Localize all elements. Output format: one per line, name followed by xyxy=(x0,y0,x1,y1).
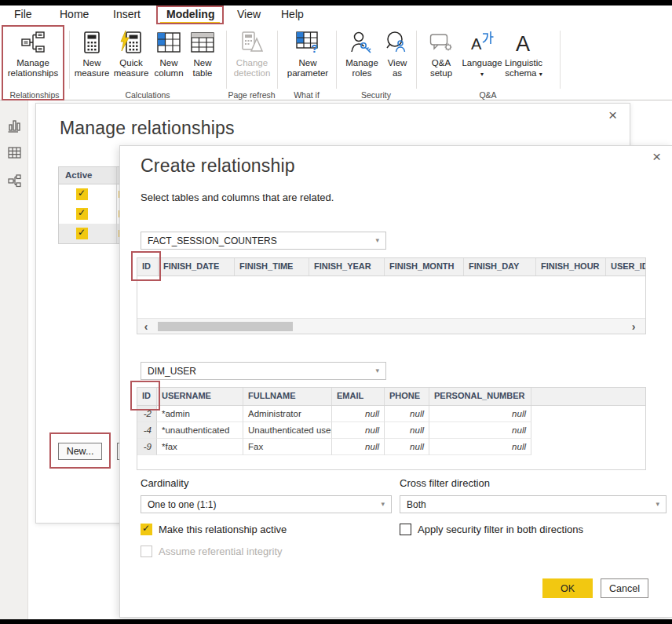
fact-col-finish-date[interactable]: FINISH_DATE xyxy=(159,258,235,276)
dim-col-username[interactable]: USERNAME xyxy=(157,388,243,405)
dim-grid-header: ID USERNAME FULLNAME EMAIL PHONE PERSONA… xyxy=(137,388,645,406)
ribbon: Manage relationships New measure xyxy=(0,24,672,100)
fact-grid-header: ID FINISH_DATE FINISH_TIME FINISH_YEAR F… xyxy=(137,258,645,276)
group-label-calculations: Calculations xyxy=(69,90,226,100)
data-view-icon[interactable] xyxy=(8,146,21,159)
change-detection-icon xyxy=(229,29,275,56)
crossfilter-select[interactable]: Both ▾ xyxy=(400,495,667,513)
dim-row[interactable]: -9 *fax Fax null null null xyxy=(137,439,645,455)
dim-table-grid: ID USERNAME FULLNAME EMAIL PHONE PERSONA… xyxy=(137,387,646,470)
cancel-button[interactable]: Cancel xyxy=(601,578,648,598)
horizontal-scrollbar[interactable]: ‹ › xyxy=(137,318,645,334)
svg-text:A: A xyxy=(471,35,482,53)
dim-row[interactable]: -2 *admin Administrator null null null xyxy=(137,406,645,422)
dim-col-email[interactable]: EMAIL xyxy=(332,388,385,405)
quick-measure-button[interactable]: Quick measure xyxy=(111,29,151,78)
menu-file[interactable]: File xyxy=(14,8,32,20)
dim-col-fullname[interactable]: FULLNAME xyxy=(243,388,332,405)
menu-view[interactable]: View xyxy=(237,8,261,20)
fact-table-grid: ID FINISH_DATE FINISH_TIME FINISH_YEAR F… xyxy=(137,257,646,334)
view-sidebar xyxy=(0,100,28,619)
report-view-icon[interactable] xyxy=(8,119,21,133)
create-dialog-title: Create relationship xyxy=(141,155,295,177)
fact-table-select[interactable]: FACT_SESSION_COUNTERS ▾ xyxy=(141,232,386,250)
relationship-row[interactable]: ✓ xyxy=(59,204,121,224)
manage-relationships-button[interactable]: Manage relationships xyxy=(2,29,64,78)
make-active-option[interactable]: ✓ Make this relationship active xyxy=(141,524,287,535)
menu-home[interactable]: Home xyxy=(60,8,89,20)
group-separator xyxy=(226,31,227,89)
group-separator xyxy=(69,31,70,89)
scroll-right-icon[interactable]: › xyxy=(625,320,642,333)
referential-integrity-option: Assume referential integrity xyxy=(141,546,283,557)
magnifier-person-icon xyxy=(382,29,412,56)
menu-help[interactable]: Help xyxy=(281,8,304,20)
ok-button[interactable]: OK xyxy=(542,578,593,598)
cardinality-label: Cardinality xyxy=(141,477,188,489)
relationships-table: Active ✓ ✓ ✓ xyxy=(58,166,122,244)
active-checkbox[interactable]: ✓ xyxy=(76,208,88,220)
group-label-relationships: Relationships xyxy=(0,90,69,100)
menubar: File Home Insert Modeling View Help xyxy=(0,5,672,24)
parameter-icon: ? xyxy=(283,29,333,56)
fact-col-finish-hour[interactable]: FINISH_HOUR xyxy=(536,258,606,276)
chevron-down-icon: ▾ xyxy=(539,71,542,78)
fact-col-user-id[interactable]: USER_ID xyxy=(606,258,645,276)
new-column-button[interactable]: New column xyxy=(151,29,187,78)
group-label-qa: Q&A xyxy=(416,90,560,100)
active-checkbox[interactable]: ✓ xyxy=(76,188,88,200)
cardinality-select[interactable]: One to one (1:1) ▾ xyxy=(141,495,392,513)
fact-col-finish-year[interactable]: FINISH_YEAR xyxy=(309,258,385,276)
manage-roles-button[interactable]: Manage roles xyxy=(341,29,383,78)
group-separator xyxy=(560,31,561,89)
view-as-button[interactable]: View as xyxy=(382,29,412,78)
dim-col-personal-number[interactable]: PERSONAL_NUMBER xyxy=(429,388,531,405)
relationship-row-selected[interactable]: ✓ xyxy=(59,224,121,243)
referential-integrity-checkbox xyxy=(141,546,152,557)
active-checkbox[interactable]: ✓ xyxy=(76,228,88,239)
security-filter-option[interactable]: Apply security filter in both directions xyxy=(400,524,583,535)
menu-modeling[interactable]: Modeling xyxy=(166,8,214,20)
relationship-row[interactable]: ✓ xyxy=(59,184,121,204)
window-bottom-bar xyxy=(0,619,672,624)
make-active-checkbox[interactable]: ✓ xyxy=(141,524,152,535)
model-view-icon[interactable] xyxy=(8,174,21,188)
new-parameter-button[interactable]: ? New parameter xyxy=(283,29,333,78)
menu-insert[interactable]: Insert xyxy=(113,8,141,20)
group-label-what-if: What if xyxy=(277,90,336,100)
calculator-lightning-icon xyxy=(111,29,151,56)
person-key-icon xyxy=(341,29,383,56)
dim-col-id[interactable]: ID xyxy=(137,388,157,405)
fact-col-finish-time[interactable]: FINISH_TIME xyxy=(235,258,309,276)
dim-col-phone[interactable]: PHONE xyxy=(385,388,429,405)
qa-setup-button[interactable]: Q&A setup xyxy=(424,29,458,78)
svg-text:A: A xyxy=(516,32,530,54)
manage-dialog-title: Manage relationships xyxy=(60,118,235,139)
fact-col-finish-month[interactable]: FINISH_MONTH xyxy=(385,258,464,276)
scroll-left-icon[interactable]: ‹ xyxy=(137,320,155,333)
new-measure-button[interactable]: New measure xyxy=(72,29,111,78)
crossfilter-label: Cross filter direction xyxy=(400,477,490,489)
close-icon[interactable]: × xyxy=(608,110,617,121)
calculator-icon xyxy=(72,29,111,56)
new-relationship-button[interactable]: New... xyxy=(58,443,102,460)
security-filter-checkbox[interactable] xyxy=(400,524,411,535)
linguistic-schema-button[interactable]: A Linguistic schema ▾ xyxy=(498,29,550,79)
group-separator xyxy=(336,31,337,89)
caret-down-icon: ▾ xyxy=(375,367,379,374)
dim-table-select[interactable]: DIM_USER ▾ xyxy=(141,362,386,380)
dim-row[interactable]: -4 *unauthenticated Unauthenticated user… xyxy=(137,422,645,439)
relationships-icon xyxy=(2,29,64,56)
change-detection-button: Change detection xyxy=(229,29,275,78)
fact-col-finish-day[interactable]: FINISH_DAY xyxy=(464,258,536,276)
window-top-bar xyxy=(0,0,672,5)
fact-col-id[interactable]: ID xyxy=(137,258,159,276)
group-separator xyxy=(416,31,417,89)
table-icon xyxy=(185,29,220,56)
speech-bubble-gear-icon xyxy=(424,29,458,56)
close-icon[interactable]: × xyxy=(652,151,661,162)
scrollbar-thumb[interactable] xyxy=(158,322,293,331)
chevron-down-icon: ▾ xyxy=(480,71,484,78)
caret-down-icon: ▾ xyxy=(381,500,385,508)
new-table-button[interactable]: New table xyxy=(185,29,220,78)
